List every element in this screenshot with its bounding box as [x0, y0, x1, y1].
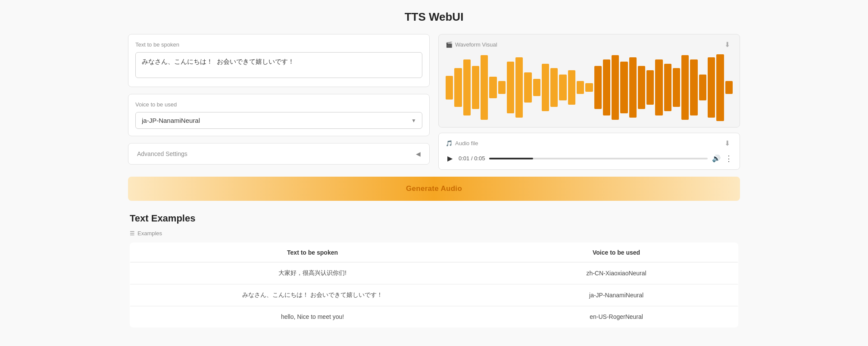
- examples-toggle[interactable]: ☰ Examples: [130, 230, 738, 237]
- waveform-header: 🎬 Waveform Visual ⬇: [446, 40, 733, 50]
- waveform-bar: [638, 66, 645, 109]
- voice-select[interactable]: ja-JP-NanamiNeural zh-CN-XiaoxiaoNeural …: [135, 112, 422, 129]
- example-voice: en-US-RogerNeural: [495, 306, 738, 327]
- waveform-bar: [594, 66, 602, 109]
- more-options-button[interactable]: ⋮: [725, 154, 733, 163]
- waveform-icon: 🎬: [446, 41, 453, 48]
- waveform-bar: [568, 70, 575, 105]
- waveform-bar: [498, 81, 506, 94]
- example-voice: zh-CN-XiaoxiaoNeural: [495, 262, 738, 284]
- col-header-voice: Voice to be used: [495, 243, 738, 262]
- waveform-bar: [664, 64, 671, 111]
- waveform-bar: [463, 59, 471, 115]
- audio-player-row: ▶ 0:01 / 0:05 🔊 ⋮: [446, 153, 733, 164]
- advanced-settings-bar[interactable]: Advanced Settings ◀: [128, 143, 430, 165]
- col-header-text: Text to be spoken: [130, 243, 495, 262]
- waveform-title: 🎬 Waveform Visual: [446, 41, 497, 48]
- voice-label: Voice to be used: [135, 101, 422, 108]
- waveform-download-button[interactable]: ⬇: [722, 40, 733, 50]
- chevron-left-icon: ◀: [416, 150, 421, 157]
- waveform-bar: [620, 62, 628, 113]
- right-panel: 🎬 Waveform Visual ⬇ 🎵 Audio file ⬇: [438, 34, 740, 170]
- play-button[interactable]: ▶: [446, 153, 454, 164]
- list-icon: ☰: [130, 230, 135, 237]
- audio-card: 🎵 Audio file ⬇ ▶ 0:01 / 0:05 🔊 ⋮: [438, 133, 740, 170]
- voice-card: Voice to be used ja-JP-NanamiNeural zh-C…: [128, 94, 430, 136]
- waveform-bar: [603, 59, 610, 115]
- waveform-bar: [524, 72, 531, 103]
- waveform-bar: [542, 64, 549, 111]
- waveform-bar: [515, 57, 523, 118]
- table-row[interactable]: みなさん、こんにちは！ お会いできて嬉しいです！ ja-JP-NanamiNeu…: [130, 284, 738, 306]
- waveform-bar: [472, 66, 479, 109]
- waveform-bar: [646, 70, 654, 105]
- waveform-bar: [454, 68, 462, 107]
- table-row[interactable]: 大家好，很高兴认识你们! zh-CN-XiaoxiaoNeural: [130, 262, 738, 284]
- examples-table: Text to be spoken Voice to be used 大家好，很…: [130, 243, 738, 327]
- waveform-bar: [655, 59, 662, 115]
- generate-audio-button[interactable]: Generate Audio: [128, 177, 740, 201]
- waveform-bar: [690, 59, 697, 115]
- text-label: Text to be spoken: [135, 41, 422, 48]
- waveform-visual: [446, 53, 733, 122]
- waveform-bar: [629, 57, 637, 118]
- audio-title: 🎵 Audio file: [446, 140, 478, 147]
- music-icon: 🎵: [446, 140, 453, 147]
- text-input[interactable]: [135, 52, 422, 78]
- waveform-bar: [725, 81, 733, 94]
- waveform-bar: [533, 79, 540, 96]
- waveform-card: 🎬 Waveform Visual ⬇: [438, 34, 740, 128]
- progress-bar[interactable]: [489, 158, 708, 159]
- waveform-bars: [446, 53, 733, 122]
- page-title: TTS WebUI: [128, 10, 740, 24]
- example-text: みなさん、こんにちは！ お会いできて嬉しいです！: [130, 284, 495, 306]
- audio-header: 🎵 Audio file ⬇: [446, 138, 733, 148]
- voice-select-wrapper: ja-JP-NanamiNeural zh-CN-XiaoxiaoNeural …: [135, 112, 422, 129]
- left-panel: Text to be spoken Voice to be used ja-JP…: [128, 34, 430, 170]
- waveform-bar: [559, 75, 566, 100]
- audio-download-button[interactable]: ⬇: [722, 138, 733, 148]
- waveform-bar: [489, 77, 496, 98]
- waveform-bar: [585, 83, 593, 92]
- time-display: 0:01 / 0:05: [459, 155, 485, 162]
- waveform-bar: [481, 55, 488, 120]
- progress-bar-fill: [489, 158, 533, 159]
- table-row[interactable]: hello, Nice to meet you! en-US-RogerNeur…: [130, 306, 738, 327]
- waveform-bar: [673, 68, 680, 107]
- example-voice: ja-JP-NanamiNeural: [495, 284, 738, 306]
- waveform-bar: [708, 57, 715, 118]
- waveform-bar: [577, 81, 584, 94]
- examples-title: Text Examples: [130, 213, 738, 224]
- examples-section: Text Examples ☰ Examples Text to be spok…: [128, 213, 740, 327]
- example-text: 大家好，很高兴认识你们!: [130, 262, 495, 284]
- waveform-bar: [681, 55, 689, 120]
- advanced-settings-label: Advanced Settings: [137, 150, 187, 157]
- waveform-bar: [699, 75, 706, 100]
- text-card: Text to be spoken: [128, 34, 430, 87]
- waveform-bar: [550, 68, 558, 107]
- waveform-bar: [612, 55, 619, 120]
- waveform-bar: [716, 54, 724, 121]
- waveform-bar: [446, 76, 453, 100]
- volume-button[interactable]: 🔊: [712, 154, 721, 162]
- example-text: hello, Nice to meet you!: [130, 306, 495, 327]
- waveform-bar: [507, 62, 514, 113]
